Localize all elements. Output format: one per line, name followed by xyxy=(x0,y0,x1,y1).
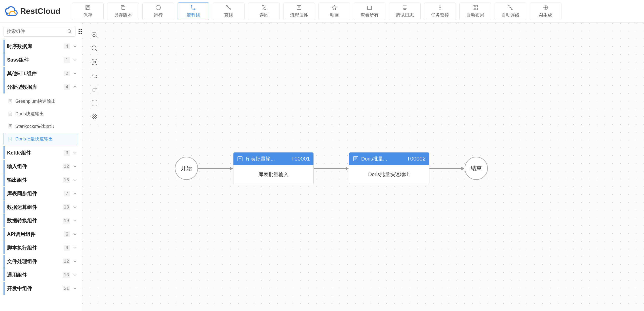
category-count: 13 xyxy=(63,204,70,210)
chevron-down-icon xyxy=(73,218,77,223)
viewall-button[interactable]: 查看所有 xyxy=(354,3,385,20)
component-label: Doris快速输出 xyxy=(15,111,44,117)
category-label: Kettle组件 xyxy=(5,149,64,156)
svg-line-28 xyxy=(70,32,72,33)
save-as-button[interactable]: 另存版本 xyxy=(107,3,139,20)
fit-button[interactable] xyxy=(91,58,98,66)
toolbar-label: 任务监控 xyxy=(431,12,449,18)
fullscreen-button[interactable] xyxy=(91,99,98,107)
canvas-tools xyxy=(91,31,98,120)
texture-button[interactable] xyxy=(91,113,98,120)
layout-icon xyxy=(472,5,478,11)
category-count: 16 xyxy=(63,177,70,183)
edge-node2-to-end[interactable] xyxy=(429,168,464,169)
category-count: 6 xyxy=(64,231,70,237)
taskmon-button[interactable]: 任务监控 xyxy=(424,3,456,20)
component-item[interactable]: Doris快速输出 xyxy=(4,108,78,120)
svg-rect-21 xyxy=(476,5,477,7)
svg-rect-58 xyxy=(94,61,96,63)
component-label: Doris批量快速输出 xyxy=(15,136,53,142)
anim-button[interactable]: 动画 xyxy=(318,3,350,20)
list-icon xyxy=(78,28,82,35)
aigen-button[interactable]: AI生成 xyxy=(530,3,561,20)
toggle-tree-button[interactable] xyxy=(78,27,82,36)
component-label: StarRocks快速输出 xyxy=(15,123,54,129)
zoom-in-button[interactable] xyxy=(91,45,98,52)
layers-icon xyxy=(367,5,373,11)
save-button[interactable]: 保存 xyxy=(72,3,104,20)
category-item[interactable]: 库表同步组件7 xyxy=(4,187,78,200)
play-circle-icon xyxy=(155,5,161,11)
component-item[interactable]: StarRocks快速输出 xyxy=(4,120,78,133)
props-button[interactable]: 流程属性 xyxy=(283,3,315,20)
component-item[interactable]: Doris批量快速输出 xyxy=(4,133,78,145)
output-node-icon xyxy=(353,156,359,162)
category-item[interactable]: 脚本执行组件9 xyxy=(4,241,78,254)
category-item[interactable]: 时序数据库4 xyxy=(4,40,78,53)
category-item[interactable]: 通用组件13 xyxy=(4,268,78,281)
toolbar-label: 调试日志 xyxy=(396,12,414,18)
category-item[interactable]: 数据转换组件19 xyxy=(4,214,78,227)
flow-node-2[interactable]: Doris批量... T00002 Doris批量快速输出 xyxy=(349,152,429,184)
category-item[interactable]: 输出组件16 xyxy=(4,173,78,186)
search-input[interactable] xyxy=(7,29,65,34)
component-label: Greenplum快速输出 xyxy=(15,98,56,104)
autolayout-button[interactable]: 自动布局 xyxy=(459,3,491,20)
redo-button[interactable] xyxy=(91,85,98,93)
toolbar-label: 动画 xyxy=(330,12,339,18)
flowline-button[interactable]: 流程线 xyxy=(178,3,209,20)
component-item[interactable]: Greenplum快速输出 xyxy=(4,95,78,108)
edge-start-to-node1[interactable] xyxy=(198,168,233,169)
straight-button[interactable]: 直线 xyxy=(213,3,245,20)
svg-point-27 xyxy=(68,30,71,33)
svg-line-60 xyxy=(92,114,96,118)
svg-point-26 xyxy=(545,7,546,8)
flowline-icon xyxy=(190,5,196,11)
undo-button[interactable] xyxy=(91,72,98,79)
category-item[interactable]: API调用组件6 xyxy=(4,228,78,241)
svg-rect-20 xyxy=(473,5,475,7)
category-item[interactable]: 输入组件12 xyxy=(4,160,78,173)
flow-node-2-body: Doris批量快速输出 xyxy=(349,165,429,184)
category-count: 4 xyxy=(64,43,70,49)
chevron-down-icon xyxy=(73,273,77,277)
category-item[interactable]: Sass组件1 xyxy=(4,53,78,66)
edge-node1-to-node2[interactable] xyxy=(314,168,348,169)
debuglog-button[interactable]: 调试日志 xyxy=(389,3,421,20)
autoconnect-button[interactable]: 自动连线 xyxy=(495,3,526,20)
flow-node-1-body: 库表批量输入 xyxy=(233,165,313,184)
document-icon xyxy=(8,99,13,104)
log-icon xyxy=(402,5,408,11)
chevron-down-icon xyxy=(73,150,77,155)
redo-icon xyxy=(91,86,98,92)
category-item[interactable]: 文件处理组件12 xyxy=(4,255,78,268)
category-label: 时序数据库 xyxy=(5,43,64,50)
document-icon xyxy=(8,124,13,129)
svg-rect-2 xyxy=(87,8,89,10)
zoom-out-button[interactable] xyxy=(91,31,98,39)
chevron-down-icon xyxy=(73,286,77,291)
category-item[interactable]: Kettle组件3 xyxy=(4,146,78,159)
category-item[interactable]: 分析型数据库4 xyxy=(4,80,78,93)
toolbar-label: 查看所有 xyxy=(360,12,379,18)
select-button[interactable]: 选区 xyxy=(248,3,280,20)
flow-node-1[interactable]: 库表批量输... T00001 库表批量输入 xyxy=(233,152,314,184)
canvas[interactable]: 开始 库表批量输... T00001 库表批量输入 Doris批量... T00… xyxy=(82,23,644,311)
category-item[interactable]: 数据运算组件13 xyxy=(4,200,78,214)
logo: RestCloud xyxy=(5,6,60,16)
search-box[interactable] xyxy=(4,26,75,37)
autoconnect-icon xyxy=(507,5,513,11)
start-node-label: 开始 xyxy=(181,165,192,172)
run-button[interactable]: 运行 xyxy=(142,3,174,20)
category-item[interactable]: 其他ETL组件2 xyxy=(4,67,78,80)
category-item[interactable]: 开发中组件21 xyxy=(4,282,78,295)
logo-text: RestCloud xyxy=(20,7,60,16)
category-label: 数据运算组件 xyxy=(5,204,63,211)
category-label: 脚本执行组件 xyxy=(5,244,64,251)
category-label: 其他ETL组件 xyxy=(5,70,64,77)
end-node[interactable]: 结束 xyxy=(465,157,488,180)
category-count: 19 xyxy=(63,218,70,224)
start-node[interactable]: 开始 xyxy=(175,157,198,180)
flow-node-2-title: Doris批量... xyxy=(361,156,404,162)
chevron-down-icon xyxy=(73,205,77,209)
